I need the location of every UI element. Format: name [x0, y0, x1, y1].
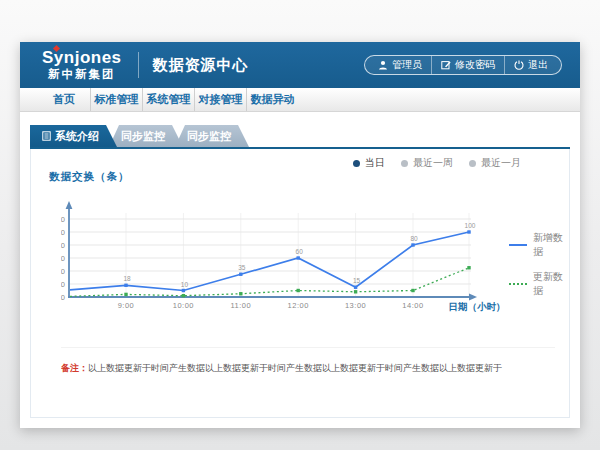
document-icon — [42, 131, 51, 141]
current-user-label: 管理员 — [392, 58, 422, 72]
app-window: Synjones 新中新集团 数据资源中心 管理员 — [20, 42, 580, 428]
radio-dot-icon — [401, 160, 408, 167]
logout-label: 退出 — [528, 58, 548, 72]
svg-text:60: 60 — [296, 248, 304, 255]
nav-item-integration-mgmt[interactable]: 对接管理 — [194, 88, 246, 111]
change-password-label: 修改密码 — [455, 58, 495, 72]
line-chart: 0204060801001209:0010:0011:0012:0013:001… — [61, 185, 505, 319]
company-logo: Synjones 新中新集团 — [42, 49, 122, 81]
tab-system-intro[interactable]: 系统介绍 — [30, 125, 117, 147]
header-divider — [138, 52, 139, 78]
svg-text:9:00: 9:00 — [118, 301, 135, 310]
edit-icon — [441, 60, 451, 70]
nav-item-home[interactable]: 首页 — [38, 88, 90, 111]
current-user-button[interactable]: 管理员 — [369, 56, 431, 74]
tab-label: 系统介绍 — [55, 129, 99, 144]
chart-panel: 当日 最近一周 最近一月 数据交换（条） 0204060801 — [30, 149, 570, 418]
svg-text:80: 80 — [61, 241, 65, 250]
svg-text:40: 40 — [61, 267, 65, 276]
legend-label: 新增数据 — [533, 231, 569, 259]
legend-new-data[interactable]: 新增数据 — [509, 231, 569, 259]
logo-company-name: 新中新集团 — [42, 69, 122, 81]
svg-text:35: 35 — [238, 264, 246, 271]
legend-line-swatch-icon — [509, 283, 527, 285]
radio-today[interactable]: 当日 — [353, 156, 385, 170]
radio-label: 当日 — [365, 156, 385, 170]
tab-bar: 系统介绍 同步监控 同步监控 — [30, 127, 570, 149]
app-header: Synjones 新中新集团 数据资源中心 管理员 — [20, 42, 580, 88]
content-area: 系统介绍 同步监控 同步监控 当日 — [20, 112, 580, 428]
chart-canvas: 0204060801001209:0010:0011:0012:0013:001… — [61, 185, 505, 319]
radio-dot-icon — [469, 160, 476, 167]
svg-text:60: 60 — [61, 254, 65, 263]
svg-text:120: 120 — [61, 215, 65, 224]
tab-sync-monitor-2[interactable]: 同步监控 — [175, 125, 249, 147]
change-password-button[interactable]: 修改密码 — [431, 56, 504, 74]
user-icon — [378, 60, 388, 70]
legend-label: 更新数据 — [533, 270, 569, 298]
tab-label: 同步监控 — [187, 129, 231, 144]
footnote: 备注：以上数据更新于时间产生数据以上数据更新于时间产生数据以上数据更新于时间产生… — [61, 347, 555, 375]
legend-line-swatch-icon — [509, 244, 527, 246]
radio-dot-icon — [353, 160, 360, 167]
legend-updated-data[interactable]: 更新数据 — [509, 270, 569, 298]
nav-item-data-change[interactable]: 数据异动 — [246, 88, 298, 111]
radio-last-week[interactable]: 最近一周 — [401, 156, 453, 170]
svg-text:0: 0 — [61, 293, 65, 302]
svg-text:日期（小时）: 日期（小时） — [449, 301, 506, 313]
user-toolbar: 管理员 修改密码 退出 — [364, 55, 562, 75]
date-range-filter: 当日 最近一周 最近一月 — [353, 156, 521, 170]
svg-text:10: 10 — [181, 281, 189, 288]
tab-sync-monitor-1[interactable]: 同步监控 — [109, 125, 183, 147]
svg-text:11:00: 11:00 — [230, 301, 251, 310]
footnote-text: 以上数据更新于时间产生数据以上数据更新于时间产生数据以上数据更新于时间产生数据以… — [88, 363, 502, 373]
chart-legend: 新增数据 更新数据 — [509, 231, 569, 298]
svg-text:14:00: 14:00 — [402, 301, 423, 310]
svg-text:20: 20 — [61, 280, 65, 289]
power-icon — [514, 60, 524, 70]
svg-text:13:00: 13:00 — [345, 301, 366, 310]
tab-label: 同步监控 — [121, 129, 165, 144]
logo-wordmark: Synjones — [42, 49, 122, 66]
svg-text:15: 15 — [353, 277, 361, 284]
main-nav: 首页 标准管理 系统管理 对接管理 数据异动 — [20, 88, 580, 112]
svg-text:10:00: 10:00 — [173, 301, 194, 310]
svg-text:12:00: 12:00 — [288, 301, 309, 310]
page-title: 数据资源中心 — [153, 56, 249, 75]
footnote-label: 备注： — [61, 363, 88, 373]
svg-text:100: 100 — [61, 228, 65, 237]
nav-item-standard-mgmt[interactable]: 标准管理 — [90, 88, 142, 111]
main-panel: 系统介绍 同步监控 同步监控 当日 — [30, 127, 570, 420]
svg-text:80: 80 — [410, 235, 418, 242]
svg-text:100: 100 — [465, 222, 476, 229]
radio-last-month[interactable]: 最近一月 — [469, 156, 521, 170]
y-axis-title: 数据交换（条） — [49, 170, 130, 184]
svg-text:18: 18 — [123, 275, 131, 282]
nav-item-system-mgmt[interactable]: 系统管理 — [142, 88, 194, 111]
radio-label: 最近一月 — [481, 156, 521, 170]
logout-button[interactable]: 退出 — [504, 56, 557, 74]
desktop-background: Synjones 新中新集团 数据资源中心 管理员 — [0, 0, 600, 450]
radio-label: 最近一周 — [413, 156, 453, 170]
